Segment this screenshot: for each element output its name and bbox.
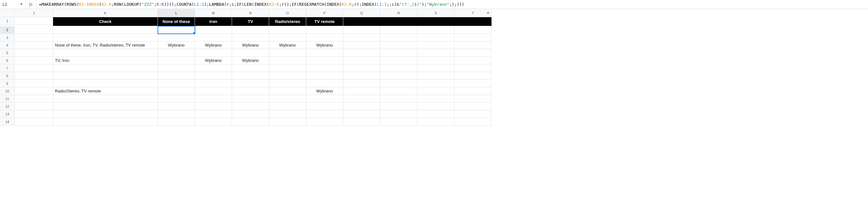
cell-S7[interactable] — [417, 64, 455, 72]
cell-R12[interactable] — [380, 103, 417, 110]
cell-T12[interactable] — [455, 103, 492, 110]
cell-M4[interactable]: Wybrano — [195, 41, 232, 49]
cell-O7[interactable] — [269, 64, 306, 72]
cell-K9[interactable] — [53, 80, 158, 87]
cell-T7[interactable] — [455, 64, 492, 72]
name-box[interactable]: L2 — [0, 0, 26, 9]
cell-N13[interactable] — [232, 110, 269, 118]
cell-O11[interactable] — [269, 95, 306, 103]
cell-K5[interactable] — [53, 49, 158, 57]
cell-P4[interactable]: Wybrano — [306, 41, 343, 49]
cell-O10[interactable] — [269, 87, 306, 95]
corner-select-all[interactable] — [0, 9, 15, 17]
cell-S4[interactable] — [417, 41, 455, 49]
cell-N8[interactable] — [232, 72, 269, 80]
cell-R13[interactable] — [380, 110, 417, 118]
cell-K12[interactable] — [53, 103, 158, 110]
column-header-R[interactable]: R — [380, 9, 417, 17]
cell-M13[interactable] — [195, 110, 232, 118]
cell-J10[interactable] — [15, 87, 53, 95]
cell-K13[interactable] — [53, 110, 158, 118]
cell-J11[interactable] — [15, 95, 53, 103]
cell-K14[interactable] — [53, 118, 158, 125]
cell-L13[interactable] — [158, 110, 195, 118]
cell-J2[interactable] — [15, 26, 53, 34]
cell-R10[interactable] — [380, 87, 417, 95]
cell-L7[interactable] — [158, 64, 195, 72]
cell-L10[interactable] — [158, 87, 195, 95]
cell-M14[interactable] — [195, 118, 232, 125]
cell-T5[interactable] — [455, 49, 492, 57]
column-header-M[interactable]: M — [195, 9, 232, 17]
cell-K4[interactable]: None of these, Iron, TV, Radio/stereo, T… — [53, 41, 158, 49]
cell-R6[interactable] — [380, 57, 417, 64]
cell-K3[interactable] — [53, 34, 158, 41]
cell-L14[interactable] — [158, 118, 195, 125]
cell-T14[interactable] — [455, 118, 492, 125]
cell-R3[interactable] — [380, 34, 417, 41]
row-header-1[interactable]: 1 — [0, 17, 15, 25]
chevron-down-icon[interactable] — [487, 12, 489, 14]
row-header-9[interactable]: 9 — [0, 80, 15, 87]
header-cell-J[interactable] — [15, 17, 53, 25]
header-cell-O[interactable]: Radio/stereo — [269, 17, 306, 26]
cell-Q12[interactable] — [343, 103, 380, 110]
cell-O12[interactable] — [269, 103, 306, 110]
cell-S8[interactable] — [417, 72, 455, 80]
spreadsheet-grid[interactable]: JKLMNOPQRST1CheckNone of theseIronTVRadi… — [0, 9, 868, 125]
cell-S2[interactable] — [417, 26, 455, 34]
cell-J14[interactable] — [15, 118, 53, 125]
cell-N12[interactable] — [232, 103, 269, 110]
cell-L11[interactable] — [158, 95, 195, 103]
cell-M2[interactable] — [195, 26, 232, 34]
row-header-5[interactable]: 5 — [0, 49, 15, 57]
cell-M3[interactable] — [195, 34, 232, 41]
cell-N5[interactable] — [232, 49, 269, 57]
cell-O13[interactable] — [269, 110, 306, 118]
cell-O3[interactable] — [269, 34, 306, 41]
cell-N4[interactable]: Wybrano — [232, 41, 269, 49]
cell-T8[interactable] — [455, 72, 492, 80]
cell-R14[interactable] — [380, 118, 417, 125]
row-header-10[interactable]: 10 — [0, 87, 15, 95]
cell-M11[interactable] — [195, 95, 232, 103]
cell-P10[interactable]: Wybrano — [306, 87, 343, 95]
cell-L2[interactable] — [158, 26, 195, 34]
cell-J4[interactable] — [15, 41, 53, 49]
header-cell-L[interactable]: None of these — [158, 17, 195, 26]
cell-Q7[interactable] — [343, 64, 380, 72]
cell-Q11[interactable] — [343, 95, 380, 103]
cell-K6[interactable]: TV, Iron — [53, 57, 158, 64]
cell-L9[interactable] — [158, 80, 195, 87]
column-header-O[interactable]: O — [269, 9, 306, 17]
cell-L8[interactable] — [158, 72, 195, 80]
cell-T2[interactable] — [455, 26, 492, 34]
header-cell-T[interactable] — [455, 17, 492, 26]
cell-O2[interactable] — [269, 26, 306, 34]
cell-P2[interactable] — [306, 26, 343, 34]
header-cell-Q[interactable] — [343, 17, 380, 26]
header-cell-N[interactable]: TV — [232, 17, 269, 26]
cell-P14[interactable] — [306, 118, 343, 125]
cell-M10[interactable] — [195, 87, 232, 95]
cell-M9[interactable] — [195, 80, 232, 87]
cell-Q8[interactable] — [343, 72, 380, 80]
cell-S9[interactable] — [417, 80, 455, 87]
cell-O14[interactable] — [269, 118, 306, 125]
cell-O8[interactable] — [269, 72, 306, 80]
cell-P13[interactable] — [306, 110, 343, 118]
cell-R4[interactable] — [380, 41, 417, 49]
cell-L4[interactable]: Wybrano — [158, 41, 195, 49]
cell-N2[interactable] — [232, 26, 269, 34]
cell-Q5[interactable] — [343, 49, 380, 57]
cell-P5[interactable] — [306, 49, 343, 57]
cell-M6[interactable]: Wybrano — [195, 57, 232, 64]
cell-N9[interactable] — [232, 80, 269, 87]
cell-N3[interactable] — [232, 34, 269, 41]
cell-J6[interactable] — [15, 57, 53, 64]
cell-Q3[interactable] — [343, 34, 380, 41]
cell-S12[interactable] — [417, 103, 455, 110]
cell-M5[interactable] — [195, 49, 232, 57]
cell-N10[interactable] — [232, 87, 269, 95]
cell-P12[interactable] — [306, 103, 343, 110]
